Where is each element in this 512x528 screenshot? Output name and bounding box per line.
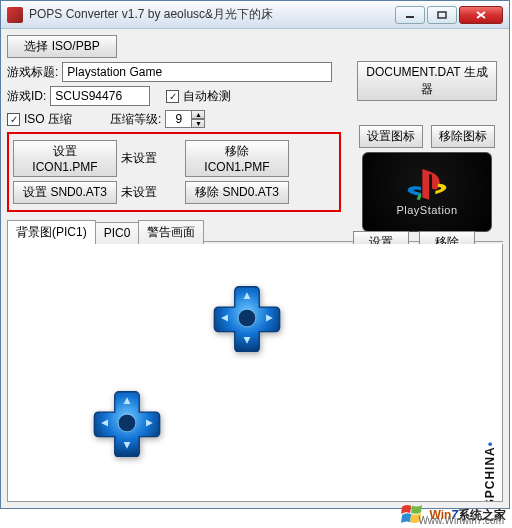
remove-icon1-button[interactable]: 移除 ICON1.PMF <box>185 140 289 177</box>
tab-pic0[interactable]: PIC0 <box>95 222 140 243</box>
game-title-label: 游戏标题: <box>7 64 58 81</box>
game-id-input[interactable]: SCUS94476 <box>50 86 150 106</box>
compress-level-spinner[interactable]: 9 ▲ ▼ <box>165 110 205 128</box>
dpad-icon <box>213 284 281 352</box>
svg-line-2 <box>477 12 485 18</box>
close-icon <box>476 11 486 19</box>
remove-snd0-button[interactable]: 移除 SND0.AT3 <box>185 181 289 204</box>
right-column: DOCUMENT.DAT 生成器 设置图标 移除图标 PlayStation <box>353 61 501 232</box>
tab-warning[interactable]: 警告画面 <box>138 220 204 244</box>
set-snd0-button[interactable]: 设置 SND0.AT3 <box>13 181 117 204</box>
iso-compress-checkbox[interactable]: ✓ <box>7 113 20 126</box>
close-button[interactable] <box>459 6 503 24</box>
set-icon-button[interactable]: 设置图标 <box>359 125 423 148</box>
client-area: 选择 ISO/PBP 游戏标题: Playstation Game 游戏ID: … <box>1 29 509 508</box>
compress-level-value: 9 <box>165 110 191 128</box>
select-file-button[interactable]: 选择 ISO/PBP <box>7 35 117 58</box>
playstation-icon-preview: PlayStation <box>362 152 492 232</box>
playstation-logo-icon <box>406 169 448 201</box>
titlebar: POPS Converter v1.7 by aeolusc&月光下的床 <box>1 1 509 29</box>
tab-pic1[interactable]: 背景图(PIC1) <box>7 220 96 244</box>
maximize-button[interactable] <box>427 6 457 24</box>
auto-detect-checkbox[interactable]: ✓ <box>166 90 179 103</box>
game-id-label: 游戏ID: <box>7 88 46 105</box>
dpad-graphic-2 <box>93 389 161 457</box>
window-title: POPS Converter v1.7 by aeolusc&月光下的床 <box>29 6 395 23</box>
minimize-button[interactable] <box>395 6 425 24</box>
window-controls <box>395 6 503 24</box>
pspchina-brand: PSPCHINA• <box>480 441 498 502</box>
minimize-icon <box>405 11 415 19</box>
svg-rect-1 <box>438 12 446 18</box>
maximize-icon <box>437 11 447 19</box>
svg-line-3 <box>477 12 485 18</box>
set-icon1-button[interactable]: 设置 ICON1.PMF <box>13 140 117 177</box>
compress-level-label: 压缩等级: <box>110 111 161 128</box>
dpad-graphic-1 <box>213 284 281 352</box>
auto-detect-label: 自动检测 <box>183 88 231 105</box>
watermark-url: Www.Winwin7.com <box>418 515 504 526</box>
media-settings-frame: 设置 ICON1.PMF 未设置 移除 ICON1.PMF 设置 SND0.AT… <box>7 132 341 212</box>
app-window: POPS Converter v1.7 by aeolusc&月光下的床 选择 … <box>0 0 510 509</box>
app-icon <box>7 7 23 23</box>
icon1-status: 未设置 <box>121 150 181 167</box>
remove-icon-button[interactable]: 移除图标 <box>431 125 495 148</box>
document-dat-button[interactable]: DOCUMENT.DAT 生成器 <box>357 61 497 101</box>
background-preview: PSPCHINA• <box>7 244 503 502</box>
svg-point-9 <box>118 414 136 432</box>
spinner-up-icon[interactable]: ▲ <box>191 110 205 119</box>
dpad-icon <box>93 389 161 457</box>
svg-point-4 <box>238 309 256 327</box>
game-title-input[interactable]: Playstation Game <box>62 62 332 82</box>
playstation-label: PlayStation <box>396 204 457 216</box>
iso-compress-label: ISO 压缩 <box>24 111 72 128</box>
spinner-down-icon[interactable]: ▼ <box>191 119 205 128</box>
snd0-status: 未设置 <box>121 184 181 201</box>
